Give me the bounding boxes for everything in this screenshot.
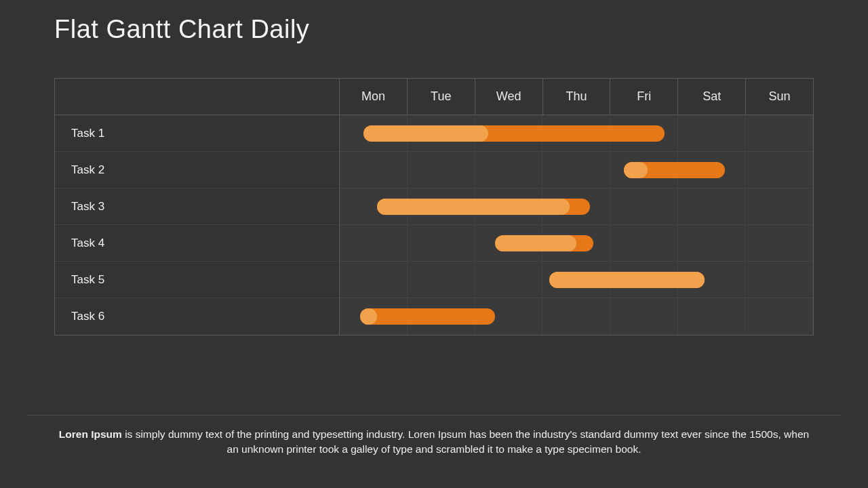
- day-header: Sun: [746, 79, 813, 115]
- gantt-row: Task 4: [55, 225, 813, 262]
- gantt-tick: [678, 188, 746, 224]
- gantt-row-track: [340, 115, 813, 152]
- gantt-row: Task 5: [55, 262, 813, 298]
- day-header: Fri: [610, 79, 678, 115]
- footer-divider: [27, 415, 841, 415]
- task-label: Task 6: [55, 298, 340, 335]
- gantt-bar-progress: [549, 272, 705, 288]
- gantt-tick: [340, 152, 408, 188]
- gantt-tick: [340, 225, 408, 261]
- gantt-chart: Mon Tue Wed Thu Fri Sat Sun Task 1Task 2…: [54, 78, 814, 336]
- gantt-tick: [745, 298, 813, 335]
- gantt-tick: [745, 262, 813, 298]
- gantt-tick: [610, 298, 678, 335]
- gantt-tick: [542, 152, 610, 188]
- gantt-row: Task 3: [55, 188, 813, 225]
- gantt-tick: [745, 225, 813, 261]
- gantt-row-track: [340, 298, 813, 335]
- gantt-row: Task 1: [55, 115, 813, 152]
- day-header: Mon: [340, 79, 408, 115]
- gantt-bar-full: [360, 308, 495, 325]
- task-label: Task 1: [55, 115, 340, 152]
- gantt-body: Task 1Task 2Task 3Task 4Task 5Task 6: [55, 115, 813, 335]
- day-header: Thu: [543, 79, 611, 115]
- gantt-tick: [678, 298, 746, 335]
- task-label: Task 4: [55, 225, 340, 262]
- task-label: Task 2: [55, 152, 340, 188]
- gantt-bar-progress: [377, 199, 570, 215]
- gantt-row-track: [340, 262, 813, 298]
- footer-text: Loren Ipsum is simply dummy text of the …: [54, 427, 814, 458]
- gantt-tick: [408, 262, 475, 298]
- gantt-corner: [55, 79, 340, 115]
- gantt-tick: [408, 152, 475, 188]
- gantt-tick: [678, 115, 746, 151]
- footer-bold: Loren Ipsum: [59, 428, 122, 440]
- gantt-header-row: Mon Tue Wed Thu Fri Sat Sun: [55, 79, 813, 115]
- gantt-row: Task 6: [55, 298, 813, 335]
- day-header: Tue: [408, 79, 475, 115]
- task-label: Task 3: [55, 188, 340, 225]
- gantt-tick: [745, 152, 813, 188]
- gantt-tick: [610, 188, 678, 224]
- gantt-tick: [745, 115, 813, 151]
- footer-rest: is simply dummy text of the printing and…: [122, 428, 809, 455]
- gantt-row-track: [340, 225, 813, 262]
- slide-title: Flat Gantt Chart Daily: [54, 15, 309, 44]
- task-label: Task 5: [55, 262, 340, 298]
- gantt-bar-progress: [360, 308, 377, 325]
- day-header: Sat: [678, 79, 746, 115]
- gantt-bar-progress: [363, 125, 488, 142]
- gantt-tick: [542, 298, 610, 335]
- gantt-tick: [475, 152, 542, 188]
- gantt-row-track: [340, 188, 813, 225]
- gantt-row: Task 2: [55, 152, 813, 188]
- day-header: Wed: [475, 79, 543, 115]
- gantt-bar-progress: [624, 162, 648, 178]
- gantt-tick: [408, 225, 475, 261]
- gantt-tick: [678, 225, 746, 261]
- gantt-bar-progress: [495, 235, 576, 251]
- gantt-tick: [475, 262, 542, 298]
- gantt-tick: [745, 188, 813, 224]
- gantt-tick: [340, 262, 408, 298]
- gantt-row-track: [340, 152, 813, 188]
- gantt-tick: [610, 225, 678, 261]
